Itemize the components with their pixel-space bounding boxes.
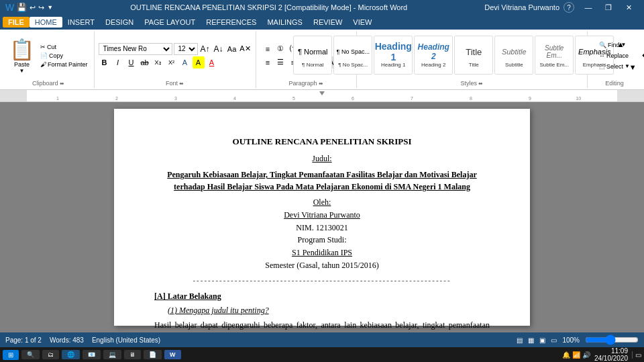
style-normal[interactable]: ¶ Normal ¶ Normal [293,36,332,75]
document-page[interactable]: OUTLINE RENCANA PENELITIAN SKRIPSI Judul… [114,109,530,326]
ruler: 1 2 3 4 5 6 7 8 9 10 [0,90,644,102]
paragraph-expander[interactable]: ⬌ [319,81,323,87]
underline-button[interactable]: U [125,56,138,69]
doc-oleh-label: Oleh: [154,197,490,208]
style-no-space[interactable]: ¶ No Spac... ¶ No Spac... [333,36,372,75]
user-name: Devi Vitriana Purwanto [484,3,559,11]
font-color-button[interactable]: A [206,56,218,69]
style-subtitle[interactable]: Subtitle Subtitle [494,36,533,75]
ruler-main[interactable]: 1 2 3 4 5 6 7 8 9 10 [27,90,617,101]
highlight-button[interactable]: A [193,56,205,69]
style-heading2[interactable]: Heading 2 Heading 2 [414,36,453,75]
taskbar-mail[interactable]: 📧 [83,350,101,359]
bold-button[interactable]: B [99,56,111,69]
font-row2: B I U ab X₂ X² A A A [99,56,252,69]
menu-file[interactable]: FILE [3,17,30,28]
undo-icon[interactable]: ↩ [30,3,36,12]
find-dropdown-icon[interactable]: ▼ [621,42,627,48]
scissors-icon: ✂ [40,44,46,50]
menu-page-layout[interactable]: PAGE LAYOUT [139,17,201,28]
style-heading1[interactable]: Heading 1 Heading 1 [374,36,413,75]
font-name-select[interactable]: Times New Ro [99,43,172,55]
taskbar-computer[interactable]: 💻 [103,350,121,359]
redo-icon[interactable]: ↪ [38,3,44,12]
style-subtle-emphasis[interactable]: Subtle Em... Subtle Em... [535,36,574,75]
subscript-button[interactable]: X₂ [152,56,164,69]
title-bar-right: Devi Vitriana Purwanto ? — ❐ ✕ [484,0,639,15]
menu-review[interactable]: REVIEW [308,17,347,28]
time-display: 11:09 24/10/2020 [594,347,628,362]
copy-button[interactable]: 📄 Copy [38,52,90,60]
clipboard-expander[interactable]: ⬌ [60,81,64,87]
doc-nim: NIM. 12130021 [154,222,490,234]
replace-button[interactable]: ↔ Replace [596,51,631,60]
clear-formatting-button[interactable]: A✕ [239,43,252,55]
status-right: ▤ ▦ ▣ ▭ 100% [517,336,639,344]
text-effects-button[interactable]: A [179,56,191,69]
outline-icon[interactable]: ▭ [551,336,557,344]
clipboard-label: Clipboard ⬌ [32,80,64,87]
select-icon: ⬚ [599,63,605,70]
ruler-left-margin [0,90,27,101]
page-info: Page: 1 of 2 [5,336,42,344]
title-bar: W 💾 ↩ ↪ ▼ OUTLINE RENCANA PENELITIAN SKR… [0,0,644,15]
font-controls: Times New Ro 12 A↑ A↓ Aa A✕ B I U [99,43,252,69]
menu-mailings[interactable]: MAILINGS [262,17,308,28]
ruler-right-margin [617,90,644,101]
menu-home[interactable]: HOME [30,17,62,28]
paste-button[interactable]: 📋 Paste ▼ [7,36,37,75]
paste-dropdown-icon[interactable]: ▼ [19,68,25,74]
show-desktop-button[interactable]: ▭ [632,351,641,359]
select-button[interactable]: ⬚ Select ▼ [596,62,633,71]
customize-icon[interactable]: ▼ [47,4,53,11]
menu-references[interactable]: REFERENCES [201,17,262,28]
zoom-slider[interactable] [585,336,639,344]
decrease-font-button[interactable]: A↓ [213,43,225,55]
select-dropdown-icon[interactable]: ▼ [625,63,630,69]
doc-title-text: Pengaruh Kebiasaan Belajar, Tingkat Pema… [154,169,490,193]
window-controls: — ❐ ✕ [578,0,639,15]
italic-button[interactable]: I [112,56,124,69]
restore-button[interactable]: ❐ [598,0,619,15]
taskbar-display[interactable]: 🖥 [124,350,141,359]
taskbar-word[interactable]: W [164,350,181,359]
find-button[interactable]: 🔍 Find ▼ [596,40,629,50]
superscript-button[interactable]: X² [166,56,178,69]
help-button[interactable]: ? [564,2,574,13]
font-size-select[interactable]: 12 [174,43,198,55]
numbering-button[interactable]: ① [274,43,286,55]
start-button[interactable]: ⊞ [3,350,19,360]
taskbar-file-explorer[interactable]: 🗂 [42,350,59,359]
increase-font-button[interactable]: A↑ [199,43,211,55]
taskbar-edge[interactable]: 🌐 [62,350,80,359]
paintbrush-icon: 🖌 [40,61,46,68]
doc-program-label: Program Studi: [154,234,490,246]
ribbon-styles-group: ¶ Normal ¶ Normal ¶ No Spac... ¶ No Spac… [357,31,588,88]
ribbon-font-group: Times New Ro 12 A↑ A↓ Aa A✕ B I U [95,31,256,88]
align-left-button[interactable]: ≡ [262,56,274,69]
close-button[interactable]: ✕ [619,0,639,15]
style-title[interactable]: Title Title [454,36,493,75]
full-reading-icon[interactable]: ▦ [528,336,534,344]
menu-view[interactable]: VIEW [347,17,377,28]
cut-button[interactable]: ✂ Cut [38,43,90,51]
quick-save-icon[interactable]: 💾 [17,3,27,12]
change-case-button[interactable]: Aa [226,43,238,55]
styles-expander[interactable]: ⬌ [478,81,483,87]
menu-insert[interactable]: INSERT [62,17,100,28]
taskbar-search[interactable]: 🔍 [21,350,40,359]
format-painter-button[interactable]: 🖌 Format Painter [38,60,90,69]
system-tray: 🔔 📶 🔊 [562,351,590,359]
clock-time: 11:09 [594,347,628,355]
align-center-button[interactable]: ☰ [274,56,286,69]
doc-main-heading: OUTLINE RENCANA PENELITIAN SKRIPSI [154,136,490,148]
ribbon-clipboard-group: 📋 Paste ▼ ✂ Cut 📄 Copy 🖌 Format [3,31,95,88]
menu-design[interactable]: DESIGN [100,17,139,28]
web-layout-icon[interactable]: ▣ [539,336,545,344]
font-expander[interactable]: ⬌ [179,81,184,87]
strikethrough-button[interactable]: ab [139,56,151,69]
minimize-button[interactable]: — [578,0,598,15]
print-layout-icon[interactable]: ▤ [517,336,523,344]
taskbar-pdf[interactable]: 📄 [144,350,162,359]
bullets-button[interactable]: ≡ [262,43,274,55]
